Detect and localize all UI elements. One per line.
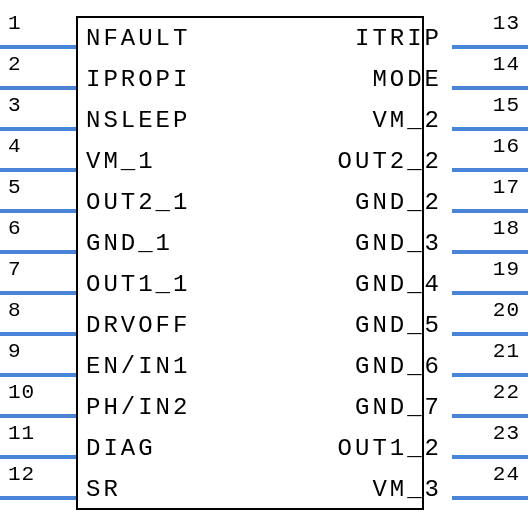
pin-label: GND_7	[345, 394, 452, 421]
pin-number: 23	[493, 422, 520, 445]
pin-line-icon	[0, 86, 76, 90]
pin-line-icon	[0, 496, 76, 500]
pin-label: OUT2_2	[328, 148, 452, 175]
pin-number: 11	[8, 422, 35, 445]
pin-number: 6	[8, 217, 22, 240]
pin-row-22: GND_722	[268, 387, 528, 428]
pin-line-icon	[0, 127, 76, 131]
pin-row-17: GND_217	[268, 182, 528, 223]
pin-label: NFAULT	[76, 25, 200, 52]
pin-label: OUT1_2	[328, 435, 452, 462]
pin-number: 15	[493, 94, 520, 117]
pin-line-icon	[452, 86, 528, 90]
pin-number: 18	[493, 217, 520, 240]
pin-line-icon	[0, 168, 76, 172]
pin-line-icon	[0, 414, 76, 418]
pin-line-icon	[0, 209, 76, 213]
pin-number: 20	[493, 299, 520, 322]
pin-label: PH/IN2	[76, 394, 200, 421]
pin-line-icon	[452, 45, 528, 49]
pin-number: 2	[8, 53, 22, 76]
pin-number: 16	[493, 135, 520, 158]
pin-label: ITRIP	[345, 25, 452, 52]
pin-number: 9	[8, 340, 22, 363]
pin-label: GND_5	[345, 312, 452, 339]
pin-label: OUT1_1	[76, 271, 200, 298]
pin-number: 19	[493, 258, 520, 281]
pin-label: VM_1	[76, 148, 166, 175]
pin-line-icon	[452, 496, 528, 500]
pin-row-21: GND_621	[268, 346, 528, 387]
pin-label: EN/IN1	[76, 353, 200, 380]
pin-line-icon	[452, 127, 528, 131]
pin-row-7: 7OUT1_1	[0, 264, 260, 305]
pin-number: 7	[8, 258, 22, 281]
pin-row-3: 3NSLEEP	[0, 100, 260, 141]
pin-row-13: ITRIP13	[268, 18, 528, 59]
pin-row-8: 8DRVOFF	[0, 305, 260, 346]
pin-row-9: 9EN/IN1	[0, 346, 260, 387]
pin-row-10: 10PH/IN2	[0, 387, 260, 428]
pin-label: DIAG	[76, 435, 166, 462]
pin-number: 17	[493, 176, 520, 199]
pin-label: DRVOFF	[76, 312, 200, 339]
pin-row-18: GND_318	[268, 223, 528, 264]
pin-label: GND_3	[345, 230, 452, 257]
pin-row-19: GND_419	[268, 264, 528, 305]
pin-number: 4	[8, 135, 22, 158]
pin-line-icon	[0, 291, 76, 295]
pin-row-24: VM_324	[268, 469, 528, 510]
pin-label: VM_2	[362, 107, 452, 134]
pin-row-11: 11DIAG	[0, 428, 260, 469]
pin-label: GND_2	[345, 189, 452, 216]
pin-label: GND_4	[345, 271, 452, 298]
pin-number: 14	[493, 53, 520, 76]
pin-label: NSLEEP	[76, 107, 200, 134]
pin-label: GND_6	[345, 353, 452, 380]
pin-line-icon	[0, 455, 76, 459]
pin-number: 24	[493, 463, 520, 486]
pin-row-20: GND_520	[268, 305, 528, 346]
pin-line-icon	[0, 373, 76, 377]
pin-row-1: 1NFAULT	[0, 18, 260, 59]
pin-row-2: 2IPROPI	[0, 59, 260, 100]
pin-row-12: 12SR	[0, 469, 260, 510]
pin-number: 8	[8, 299, 22, 322]
pin-number: 21	[493, 340, 520, 363]
pin-row-14: MODE14	[268, 59, 528, 100]
pin-line-icon	[0, 45, 76, 49]
pin-line-icon	[452, 455, 528, 459]
pin-line-icon	[452, 291, 528, 295]
pin-label: SR	[76, 476, 131, 503]
pin-line-icon	[452, 414, 528, 418]
pin-lead-12: 12	[0, 469, 76, 510]
pin-label: OUT2_1	[76, 189, 200, 216]
pin-row-16: OUT2_216	[268, 141, 528, 182]
pin-line-icon	[0, 332, 76, 336]
pin-number: 3	[8, 94, 22, 117]
pin-number: 13	[493, 12, 520, 35]
pin-label: IPROPI	[76, 66, 200, 93]
pin-number: 10	[8, 381, 35, 404]
pin-number: 22	[493, 381, 520, 404]
pin-line-icon	[0, 250, 76, 254]
pin-line-icon	[452, 168, 528, 172]
pin-number: 1	[8, 12, 22, 35]
pin-row-15: VM_215	[268, 100, 528, 141]
pin-number: 5	[8, 176, 22, 199]
pin-line-icon	[452, 250, 528, 254]
pin-number: 12	[8, 463, 35, 486]
pin-line-icon	[452, 332, 528, 336]
pin-label: GND_1	[76, 230, 183, 257]
pin-lead-24: 24	[452, 469, 528, 510]
pin-row-4: 4VM_1	[0, 141, 260, 182]
pin-label: MODE	[362, 66, 452, 93]
pin-line-icon	[452, 373, 528, 377]
pin-row-6: 6GND_1	[0, 223, 260, 264]
pin-row-5: 5OUT2_1	[0, 182, 260, 223]
pin-label: VM_3	[362, 476, 452, 503]
pin-line-icon	[452, 209, 528, 213]
pin-row-23: OUT1_223	[268, 428, 528, 469]
